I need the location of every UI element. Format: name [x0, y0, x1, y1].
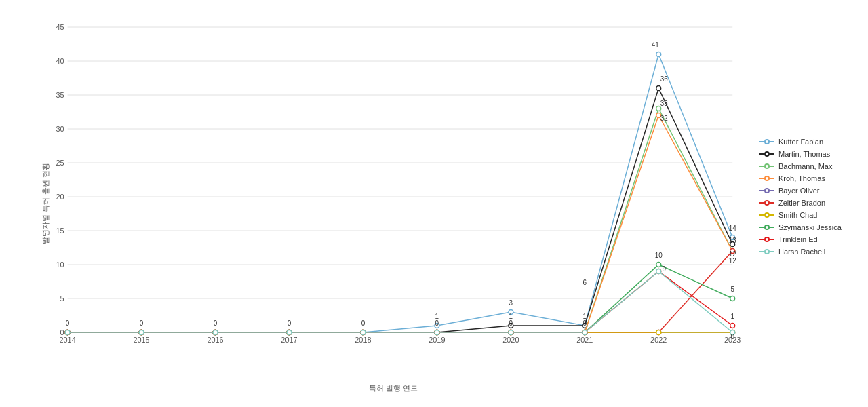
svg-text:5: 5 — [730, 286, 734, 293]
legend-item: Szymanski Jessica — [760, 223, 868, 231]
svg-point-124 — [361, 330, 366, 335]
legend-label: Harsh Rachell — [778, 248, 825, 256]
svg-text:0: 0 — [730, 333, 734, 341]
svg-text:2015: 2015 — [133, 336, 149, 344]
svg-text:0: 0 — [66, 319, 70, 327]
legend-marker — [760, 162, 774, 170]
legend-label: Szymanski Jessica — [778, 223, 842, 231]
svg-text:2016: 2016 — [207, 336, 223, 344]
svg-text:12: 12 — [729, 257, 736, 265]
legend-item: Kroh, Thomas — [760, 174, 868, 182]
legend-item: Kutter Fabian — [760, 138, 868, 146]
svg-text:13: 13 — [729, 237, 736, 244]
svg-text:0: 0 — [583, 319, 587, 327]
legend-dot — [764, 200, 770, 206]
legend-label: Bachmann, Max — [778, 162, 832, 170]
legend-marker — [760, 138, 774, 146]
legend-dot — [764, 139, 770, 144]
x-axis-label: 특허 발행 연도 — [369, 383, 418, 393]
legend-item: Trinklein Ed — [760, 235, 868, 244]
svg-text:6: 6 — [583, 279, 587, 286]
chart-area: 0510152025303540452014201520162017201820… — [41, 14, 746, 366]
legend-dot — [764, 151, 770, 157]
legend-marker — [760, 223, 774, 231]
svg-point-108 — [656, 263, 661, 267]
legend-item: Bayer Oliver — [760, 187, 868, 195]
legend-dot — [764, 237, 770, 242]
legend: Kutter Fabian Martin, Thomas Bachmann, M… — [753, 14, 868, 366]
legend-label: Smith Chad — [778, 211, 817, 219]
legend-item: Harsh Rachell — [760, 248, 868, 256]
svg-text:2019: 2019 — [429, 336, 445, 344]
svg-text:41: 41 — [652, 41, 659, 49]
svg-text:2020: 2020 — [502, 336, 519, 344]
svg-text:2021: 2021 — [576, 336, 593, 344]
svg-text:36: 36 — [660, 75, 668, 83]
svg-point-120 — [65, 330, 70, 335]
svg-point-48 — [656, 86, 661, 91]
svg-text:0: 0 — [435, 319, 439, 327]
legend-marker — [760, 199, 774, 207]
legend-marker — [760, 150, 774, 158]
legend-label: Martin, Thomas — [778, 150, 830, 158]
svg-text:40: 40 — [56, 57, 64, 65]
legend-dot — [764, 212, 770, 218]
legend-marker — [760, 187, 774, 195]
svg-point-119 — [730, 324, 735, 328]
svg-text:0: 0 — [214, 319, 218, 327]
svg-text:10: 10 — [655, 252, 663, 259]
svg-text:35: 35 — [56, 91, 64, 99]
svg-text:14: 14 — [729, 225, 736, 232]
svg-text:3: 3 — [509, 299, 513, 307]
svg-point-122 — [213, 330, 218, 335]
svg-text:20: 20 — [56, 193, 64, 201]
svg-text:30: 30 — [56, 125, 64, 133]
legend-dot — [764, 225, 770, 230]
svg-text:2018: 2018 — [355, 336, 371, 344]
svg-point-127 — [583, 330, 587, 335]
svg-point-98 — [656, 330, 661, 335]
svg-point-128 — [656, 269, 661, 274]
legend-label: Zeitler Bradon — [778, 199, 825, 207]
legend-item: Martin, Thomas — [760, 150, 868, 158]
svg-point-125 — [435, 330, 439, 335]
svg-point-121 — [139, 330, 144, 335]
legend-marker — [760, 248, 774, 256]
legend-dot — [764, 176, 770, 181]
svg-text:0: 0 — [288, 319, 292, 327]
svg-point-38 — [656, 52, 661, 57]
svg-text:10: 10 — [56, 260, 64, 269]
legend-dot — [764, 188, 770, 193]
svg-text:2022: 2022 — [650, 336, 667, 344]
svg-text:0: 0 — [140, 319, 144, 327]
svg-point-109 — [730, 296, 735, 301]
svg-text:9: 9 — [662, 265, 666, 273]
svg-point-123 — [287, 330, 292, 335]
chart-svg: 0510152025303540452014201520162017201820… — [41, 14, 746, 366]
legend-label: Kroh, Thomas — [778, 174, 825, 182]
legend-label: Trinklein Ed — [778, 235, 818, 244]
legend-item: Zeitler Bradon — [760, 199, 868, 207]
legend-marker — [760, 211, 774, 219]
legend-dot — [764, 163, 770, 169]
legend-label: Kutter Fabian — [778, 138, 823, 146]
legend-item: Bachmann, Max — [760, 162, 868, 170]
legend-marker — [760, 235, 774, 244]
legend-dot — [764, 249, 770, 254]
svg-text:0: 0 — [361, 319, 366, 327]
chart-container: 발명자별 특허 출원 현황 05101520253035404520142015… — [0, 0, 868, 407]
svg-text:45: 45 — [56, 23, 64, 31]
svg-text:1: 1 — [730, 313, 734, 320]
svg-text:15: 15 — [56, 227, 64, 235]
svg-text:5: 5 — [60, 294, 64, 303]
legend-item: Smith Chad — [760, 211, 868, 219]
legend-marker — [760, 174, 774, 182]
svg-text:0: 0 — [509, 319, 513, 327]
svg-text:32: 32 — [660, 115, 668, 122]
svg-text:2014: 2014 — [60, 336, 76, 344]
legend-label: Bayer Oliver — [778, 187, 820, 195]
svg-point-126 — [509, 330, 513, 335]
svg-text:2017: 2017 — [281, 336, 297, 344]
svg-text:33: 33 — [660, 100, 668, 107]
svg-text:25: 25 — [56, 159, 64, 167]
